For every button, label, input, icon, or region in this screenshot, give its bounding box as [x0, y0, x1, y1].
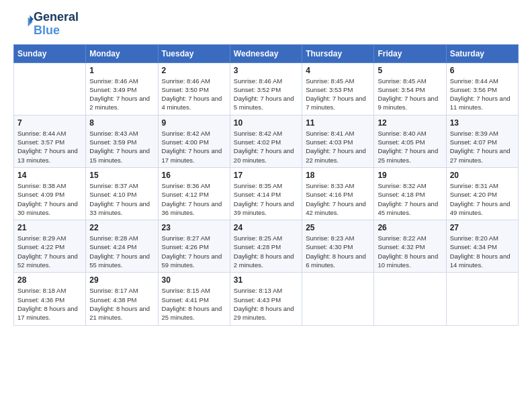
calendar-cell: 29Sunrise: 8:17 AMSunset: 4:38 PMDayligh…: [86, 273, 158, 325]
calendar-week-1: 1Sunrise: 8:46 AMSunset: 3:49 PMDaylight…: [14, 62, 519, 115]
day-number: 24: [234, 223, 298, 232]
day-number: 7: [17, 118, 82, 128]
day-info: Sunrise: 8:32 AMSunset: 4:18 PMDaylight:…: [378, 181, 442, 217]
day-number: 14: [17, 171, 82, 180]
day-info: Sunrise: 8:46 AMSunset: 3:52 PMDaylight:…: [234, 77, 298, 112]
day-info: Sunrise: 8:38 AMSunset: 4:09 PMDaylight:…: [17, 181, 82, 217]
calendar-cell: [374, 273, 446, 325]
calendar-cell: 25Sunrise: 8:23 AMSunset: 4:30 PMDayligh…: [302, 220, 374, 273]
day-info: Sunrise: 8:13 AMSunset: 4:43 PMDaylight:…: [234, 286, 298, 322]
day-info: Sunrise: 8:17 AMSunset: 4:38 PMDaylight:…: [89, 286, 154, 322]
weekday-header-sunday: Sunday: [14, 44, 86, 62]
calendar-cell: 22Sunrise: 8:28 AMSunset: 4:24 PMDayligh…: [86, 220, 158, 273]
weekday-header-wednesday: Wednesday: [230, 44, 302, 62]
day-info: Sunrise: 8:20 AMSunset: 4:34 PMDaylight:…: [450, 234, 515, 269]
day-info: Sunrise: 8:18 AMSunset: 4:36 PMDaylight:…: [17, 286, 82, 322]
day-number: 29: [89, 275, 154, 285]
calendar-cell: 7Sunrise: 8:44 AMSunset: 3:57 PMDaylight…: [14, 115, 86, 167]
day-number: 4: [306, 66, 370, 75]
day-number: 17: [234, 171, 298, 180]
calendar-cell: 11Sunrise: 8:41 AMSunset: 4:03 PMDayligh…: [302, 115, 374, 167]
calendar-cell: [446, 273, 518, 325]
header: General Blue: [13, 11, 519, 38]
calendar-cell: [14, 62, 86, 115]
day-number: 23: [162, 223, 226, 232]
day-info: Sunrise: 8:33 AMSunset: 4:16 PMDaylight:…: [306, 181, 370, 217]
day-info: Sunrise: 8:15 AMSunset: 4:41 PMDaylight:…: [162, 286, 226, 322]
day-number: 5: [378, 66, 442, 75]
calendar-week-4: 21Sunrise: 8:29 AMSunset: 4:22 PMDayligh…: [14, 220, 519, 273]
day-info: Sunrise: 8:31 AMSunset: 4:20 PMDaylight:…: [450, 181, 515, 217]
day-number: 27: [450, 223, 515, 232]
calendar-cell: 17Sunrise: 8:35 AMSunset: 4:14 PMDayligh…: [230, 167, 302, 220]
calendar-cell: 16Sunrise: 8:36 AMSunset: 4:12 PMDayligh…: [158, 167, 230, 220]
day-info: Sunrise: 8:46 AMSunset: 3:50 PMDaylight:…: [162, 77, 226, 112]
day-number: 30: [162, 275, 226, 285]
weekday-header-friday: Friday: [374, 44, 446, 62]
day-number: 13: [450, 118, 515, 128]
day-info: Sunrise: 8:46 AMSunset: 3:49 PMDaylight:…: [89, 77, 154, 112]
day-number: 26: [378, 223, 442, 232]
calendar-cell: 20Sunrise: 8:31 AMSunset: 4:20 PMDayligh…: [446, 167, 518, 220]
day-number: 21: [17, 223, 82, 232]
calendar-table: SundayMondayTuesdayWednesdayThursdayFrid…: [13, 44, 519, 326]
day-number: 18: [306, 171, 370, 180]
calendar-cell: 6Sunrise: 8:44 AMSunset: 3:56 PMDaylight…: [446, 62, 518, 115]
day-info: Sunrise: 8:45 AMSunset: 3:54 PMDaylight:…: [378, 77, 442, 112]
day-number: 2: [162, 66, 226, 75]
day-number: 10: [234, 118, 298, 128]
calendar-cell: 28Sunrise: 8:18 AMSunset: 4:36 PMDayligh…: [14, 273, 86, 325]
calendar-week-3: 14Sunrise: 8:38 AMSunset: 4:09 PMDayligh…: [14, 167, 519, 220]
day-info: Sunrise: 8:42 AMSunset: 4:00 PMDaylight:…: [162, 129, 226, 165]
calendar-cell: 12Sunrise: 8:40 AMSunset: 4:05 PMDayligh…: [374, 115, 446, 167]
day-info: Sunrise: 8:36 AMSunset: 4:12 PMDaylight:…: [162, 181, 226, 217]
calendar-cell: 19Sunrise: 8:32 AMSunset: 4:18 PMDayligh…: [374, 167, 446, 220]
day-info: Sunrise: 8:39 AMSunset: 4:07 PMDaylight:…: [450, 129, 515, 165]
calendar-cell: 5Sunrise: 8:45 AMSunset: 3:54 PMDaylight…: [374, 62, 446, 115]
weekday-header-monday: Monday: [86, 44, 158, 62]
weekday-header-saturday: Saturday: [446, 44, 518, 62]
day-info: Sunrise: 8:44 AMSunset: 3:57 PMDaylight:…: [17, 129, 82, 165]
day-info: Sunrise: 8:43 AMSunset: 3:59 PMDaylight:…: [89, 129, 154, 165]
day-number: 22: [89, 223, 154, 232]
day-info: Sunrise: 8:35 AMSunset: 4:14 PMDaylight:…: [234, 181, 298, 217]
calendar-cell: 24Sunrise: 8:25 AMSunset: 4:28 PMDayligh…: [230, 220, 302, 273]
day-info: Sunrise: 8:42 AMSunset: 4:02 PMDaylight:…: [234, 129, 298, 165]
calendar-cell: 18Sunrise: 8:33 AMSunset: 4:16 PMDayligh…: [302, 167, 374, 220]
calendar-cell: 8Sunrise: 8:43 AMSunset: 3:59 PMDaylight…: [86, 115, 158, 167]
calendar-cell: 13Sunrise: 8:39 AMSunset: 4:07 PMDayligh…: [446, 115, 518, 167]
calendar-cell: 23Sunrise: 8:27 AMSunset: 4:26 PMDayligh…: [158, 220, 230, 273]
day-info: Sunrise: 8:22 AMSunset: 4:32 PMDaylight:…: [378, 234, 442, 269]
day-number: 3: [234, 66, 298, 75]
day-info: Sunrise: 8:25 AMSunset: 4:28 PMDaylight:…: [234, 234, 298, 269]
day-number: 20: [450, 171, 515, 180]
day-number: 12: [378, 118, 442, 128]
day-info: Sunrise: 8:23 AMSunset: 4:30 PMDaylight:…: [306, 234, 370, 269]
calendar-week-2: 7Sunrise: 8:44 AMSunset: 3:57 PMDaylight…: [14, 115, 519, 167]
logo: General Blue: [13, 11, 79, 38]
day-info: Sunrise: 8:44 AMSunset: 3:56 PMDaylight:…: [450, 77, 515, 112]
logo-icon: [15, 13, 34, 32]
calendar-cell: 26Sunrise: 8:22 AMSunset: 4:32 PMDayligh…: [374, 220, 446, 273]
day-number: 11: [306, 118, 370, 128]
day-number: 25: [306, 223, 370, 232]
day-number: 31: [234, 275, 298, 285]
calendar-cell: 31Sunrise: 8:13 AMSunset: 4:43 PMDayligh…: [230, 273, 302, 325]
calendar-cell: 21Sunrise: 8:29 AMSunset: 4:22 PMDayligh…: [14, 220, 86, 273]
day-number: 6: [450, 66, 515, 75]
logo-text: General Blue: [34, 11, 79, 38]
day-number: 1: [89, 66, 154, 75]
calendar-cell: 3Sunrise: 8:46 AMSunset: 3:52 PMDaylight…: [230, 62, 302, 115]
calendar-cell: 1Sunrise: 8:46 AMSunset: 3:49 PMDaylight…: [86, 62, 158, 115]
page: General Blue SundayMondayTuesdayWednesda…: [0, 0, 532, 332]
weekday-header-thursday: Thursday: [302, 44, 374, 62]
calendar-cell: 14Sunrise: 8:38 AMSunset: 4:09 PMDayligh…: [14, 167, 86, 220]
calendar-cell: 9Sunrise: 8:42 AMSunset: 4:00 PMDaylight…: [158, 115, 230, 167]
day-info: Sunrise: 8:37 AMSunset: 4:10 PMDaylight:…: [89, 181, 154, 217]
calendar-cell: [302, 273, 374, 325]
day-number: 28: [17, 275, 82, 285]
calendar-week-5: 28Sunrise: 8:18 AMSunset: 4:36 PMDayligh…: [14, 273, 519, 325]
day-number: 8: [89, 118, 154, 128]
day-info: Sunrise: 8:29 AMSunset: 4:22 PMDaylight:…: [17, 234, 82, 269]
calendar-cell: 2Sunrise: 8:46 AMSunset: 3:50 PMDaylight…: [158, 62, 230, 115]
